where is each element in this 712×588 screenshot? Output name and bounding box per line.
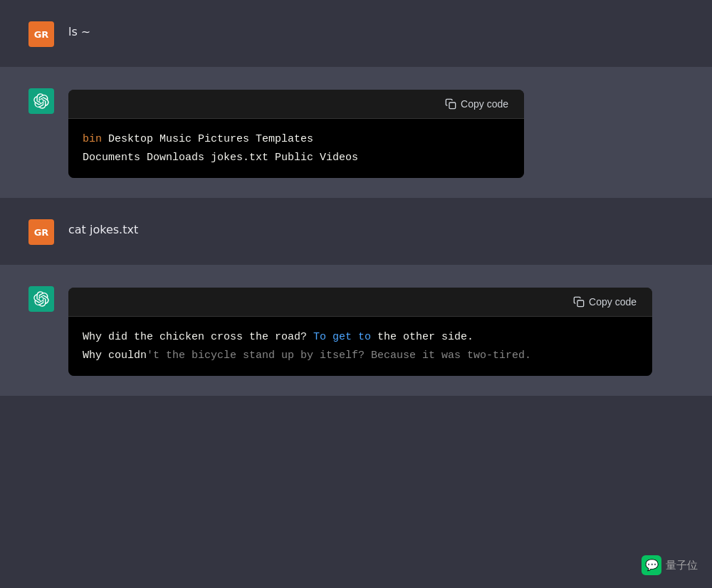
code-block-1: Copy code bin Desktop Music Pictures Tem… — [68, 90, 524, 178]
wechat-icon: 💬 — [642, 555, 661, 575]
code-block-header-1: Copy code — [68, 90, 524, 119]
watermark: 💬 量子位 — [642, 555, 698, 575]
user-avatar-2: GR — [28, 219, 54, 245]
code-block-body-2: Why did the chicken cross the road? To g… — [68, 317, 652, 376]
clipboard-icon-2 — [573, 296, 585, 308]
assistant-message-1: Copy code bin Desktop Music Pictures Tem… — [0, 67, 712, 198]
chat-container: GR ls ~ Copy code — [0, 0, 712, 588]
code-joke-line-2: Why couldn't the bicycle stand up by its… — [83, 347, 638, 365]
code-line-2: Documents Downloads jokes.txt Public Vid… — [83, 149, 510, 167]
svg-rect-0 — [449, 103, 456, 109]
code-joke-line-1: Why did the chicken cross the road? To g… — [83, 328, 638, 347]
code-block-2: Copy code Why did the chicken cross the … — [68, 288, 652, 376]
user-message-1: GR ls ~ — [0, 0, 712, 67]
assistant-message-content-1: Copy code bin Desktop Music Pictures Tem… — [68, 87, 684, 178]
code-block-body-1: bin Desktop Music Pictures Templates Doc… — [68, 119, 524, 178]
assistant-message-2: Copy code Why did the chicken cross the … — [0, 265, 712, 396]
assistant-message-content-2: Copy code Why did the chicken cross the … — [68, 285, 684, 376]
user-message-text-1: ls ~ — [68, 20, 684, 41]
clipboard-icon — [445, 98, 456, 110]
user-avatar-1: GR — [28, 21, 54, 47]
user-message-text-2: cat jokes.txt — [68, 218, 684, 239]
code-line-1: bin Desktop Music Pictures Templates — [83, 130, 510, 149]
assistant-avatar-2 — [28, 286, 54, 312]
user-message-2: GR cat jokes.txt — [0, 198, 712, 265]
svg-text:💬: 💬 — [645, 558, 659, 572]
copy-code-button-1[interactable]: Copy code — [441, 97, 513, 111]
assistant-avatar-1 — [28, 88, 54, 114]
code-block-header-2: Copy code — [68, 288, 652, 317]
copy-code-button-2[interactable]: Copy code — [569, 295, 641, 309]
svg-rect-1 — [577, 300, 584, 307]
